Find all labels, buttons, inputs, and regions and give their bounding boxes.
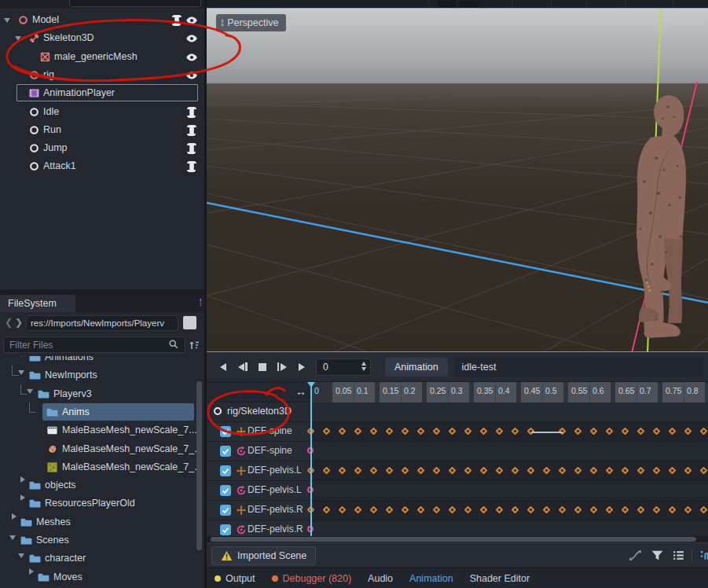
keyframe[interactable]	[684, 467, 691, 475]
keyframe[interactable]	[322, 428, 330, 435]
keyframe[interactable]	[322, 467, 330, 475]
keyframe[interactable]	[401, 506, 409, 514]
track-row-def-spine-position[interactable]: DEF-spine	[207, 422, 708, 442]
track-enabled-checkbox[interactable]	[220, 505, 231, 516]
eye-icon[interactable]	[185, 32, 198, 45]
ruler-segment[interactable]: 0.450.5	[521, 382, 563, 402]
track-enabled-checkbox[interactable]	[220, 465, 231, 476]
ruler-segment[interactable]: 0.550.6	[568, 382, 611, 402]
ruler-segment[interactable]: 0.250.3	[427, 382, 469, 402]
filesystem-scrollbar[interactable]	[196, 381, 202, 550]
animation-name-field[interactable]: idle-test	[454, 357, 703, 377]
keyframe-link[interactable]	[531, 432, 563, 433]
scene-tree-item-male_genericmesh[interactable]: male_genericMesh	[0, 48, 204, 66]
path-input[interactable]	[26, 315, 178, 331]
keyframe[interactable]	[448, 467, 456, 475]
playhead-handle[interactable]	[307, 382, 315, 391]
file-tree-item-anims[interactable]: Anims	[0, 403, 195, 421]
track-row-root[interactable]: rig/Skeleton3D	[207, 402, 708, 422]
track-row-def-pelvis.r-position[interactable]: DEF-pelvis.R	[207, 501, 708, 520]
scene-filter-field-cut[interactable]	[69, 0, 201, 7]
keyframe[interactable]	[354, 467, 361, 475]
script-icon[interactable]	[171, 14, 183, 27]
file-tree-item-malebasemesh-newscale-7-[interactable]: MaleBaseMesh_newScale_7_...	[0, 458, 195, 476]
expand-arrow-icon[interactable]	[29, 568, 37, 575]
keyframe[interactable]	[526, 506, 534, 514]
keyframe[interactable]	[448, 428, 456, 435]
expand-arrow-icon[interactable]	[18, 356, 24, 360]
play-from-start-button[interactable]	[272, 358, 292, 377]
keyframe[interactable]	[542, 467, 550, 475]
keyframe[interactable]	[589, 428, 597, 435]
keyframe[interactable]	[448, 506, 456, 514]
bottom-panel-tab-animation[interactable]: Animation	[409, 573, 453, 584]
track-enabled-checkbox[interactable]	[220, 485, 231, 496]
keyframe[interactable]	[699, 467, 707, 475]
keyframe[interactable]	[416, 506, 424, 514]
keyframe[interactable]	[495, 467, 503, 475]
track-row-def-spine-rotation[interactable]: DEF-spine	[207, 442, 708, 461]
file-tree-item-playerv3[interactable]: Playerv3	[0, 385, 195, 403]
keyframe[interactable]	[652, 506, 660, 514]
keyframe[interactable]	[464, 428, 471, 435]
timeline-ruler[interactable]: 0.050.10.150.20.250.30.350.40.450.50.550…	[311, 382, 708, 402]
track-enabled-checkbox[interactable]	[220, 524, 231, 535]
file-tree-item-moves[interactable]: Moves	[0, 568, 195, 586]
keyframe[interactable]	[668, 467, 676, 475]
scene-tree-item-run[interactable]: Run	[0, 121, 204, 139]
keyframe[interactable]	[605, 428, 613, 435]
file-tree-item-scenes[interactable]: Scenes	[0, 531, 195, 549]
keyframe[interactable]	[432, 428, 440, 435]
keyframe[interactable]	[699, 428, 707, 435]
keyframe[interactable]	[636, 467, 644, 475]
keyframe[interactable]	[511, 428, 519, 435]
file-tree-item-resourcesplayerold[interactable]: ResourcesPlayerOld	[0, 494, 195, 513]
file-tree-item-malebasemesh-newscale-7-[interactable]: MaleBaseMesh_newScale_7....	[0, 421, 195, 439]
onion-skinning-icon-cut[interactable]	[700, 549, 708, 562]
expand-arrow-icon[interactable]	[9, 535, 16, 543]
panel-divider[interactable]	[0, 289, 204, 295]
keyframe[interactable]	[574, 506, 581, 514]
file-tree-item-meshes[interactable]: Meshes	[0, 513, 195, 531]
tab-filesystem[interactable]: FileSystem	[0, 295, 75, 312]
playhead-line[interactable]	[310, 382, 312, 536]
animation-menu-button[interactable]: Animation	[385, 358, 448, 377]
keyframe[interactable]	[574, 428, 581, 435]
keyframe[interactable]	[526, 467, 534, 475]
keyframe[interactable]	[621, 428, 629, 435]
keyframe[interactable]	[668, 428, 676, 435]
scene-tree-item-model[interactable]: Model	[0, 11, 204, 29]
keyframe[interactable]	[385, 506, 393, 514]
keyframe[interactable]	[479, 506, 487, 514]
kebab-menu-icon[interactable]: ⁞	[199, 296, 201, 308]
keyframe[interactable]	[605, 506, 613, 514]
scrollbar-thumb[interactable]	[211, 537, 696, 542]
keyframe[interactable]	[558, 467, 566, 475]
script-icon[interactable]	[185, 142, 198, 155]
keyframe[interactable]	[542, 506, 550, 514]
keyframe[interactable]	[338, 467, 346, 475]
keyframe[interactable]	[464, 506, 471, 514]
ruler-segment[interactable]: 0.650.7	[615, 382, 658, 402]
keyframe[interactable]	[432, 467, 440, 475]
play-backwards-from-end-button[interactable]	[213, 358, 233, 377]
keyframe[interactable]	[416, 467, 424, 475]
keyframe[interactable]	[589, 467, 597, 475]
scene-tree-item-idle[interactable]: Idle	[0, 103, 204, 121]
bottom-panel-tab-output[interactable]: Output	[215, 573, 255, 584]
keyframe[interactable]	[432, 506, 440, 514]
keyframe[interactable]	[495, 428, 503, 435]
keyframe[interactable]	[652, 467, 660, 475]
keyframe[interactable]	[621, 506, 629, 514]
keyframe[interactable]	[338, 428, 346, 435]
pan-timeline-icon[interactable]: ↔	[295, 385, 306, 398]
time-value-input[interactable]	[317, 359, 356, 375]
filter-tracks-icon[interactable]	[651, 549, 664, 562]
bottom-panel-tab-audio[interactable]: Audio	[368, 573, 393, 584]
toolbar-button-cut[interactable]	[438, 1, 456, 7]
keyframe[interactable]	[338, 506, 346, 514]
keyframe[interactable]	[385, 467, 393, 475]
keyframe[interactable]	[369, 467, 377, 475]
expand-arrow-icon[interactable]	[15, 36, 21, 44]
play-backwards-button[interactable]	[233, 358, 252, 377]
